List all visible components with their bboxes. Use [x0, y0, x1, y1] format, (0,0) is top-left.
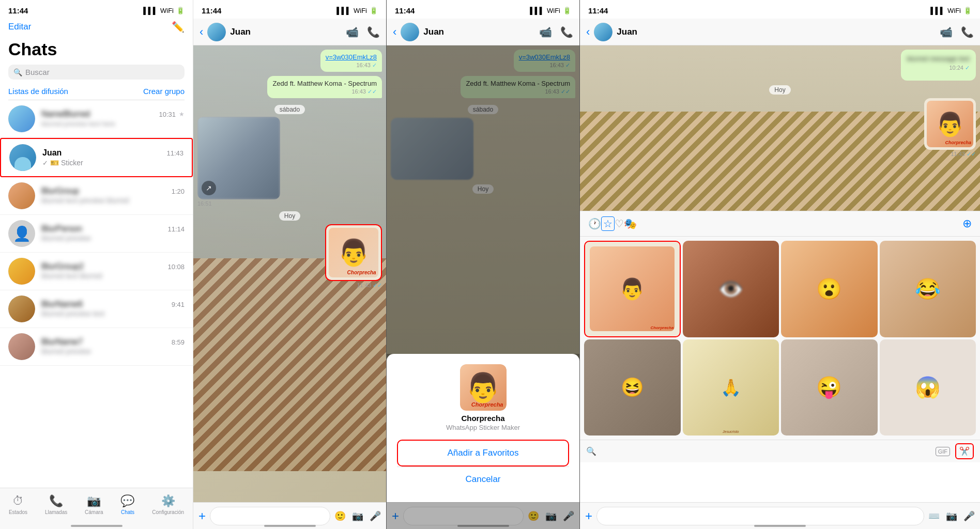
- back-button[interactable]: ‹: [393, 25, 396, 39]
- gif-button[interactable]: GIF: [936, 447, 950, 456]
- home-indicator: [264, 525, 316, 527]
- home-indicator: [71, 525, 122, 527]
- compose-button[interactable]: ✏️: [172, 21, 185, 33]
- contact-name[interactable]: Juan: [617, 27, 936, 37]
- today-divider-p4: Hoy: [584, 85, 976, 94]
- sticker-cell[interactable]: 😱: [880, 339, 976, 436]
- heart-icon[interactable]: ♡: [615, 217, 624, 230]
- contact-avatar[interactable]: [207, 23, 226, 41]
- mic-icon: 🎤: [563, 510, 574, 522]
- mic-button[interactable]: 🎤: [370, 510, 381, 522]
- add-button[interactable]: +: [585, 509, 592, 523]
- add-button[interactable]: +: [198, 509, 206, 523]
- sticker-cell[interactable]: 😂: [880, 241, 976, 337]
- chat-info: BlurName6 9:41 blurred preview text: [41, 300, 185, 318]
- tab-config[interactable]: ⚙️ Configuración: [152, 494, 184, 515]
- chat-item-juan[interactable]: Juan 11:43 ✓ 🎫 Sticker: [0, 138, 193, 177]
- today-label-p4: Hoy: [769, 85, 790, 95]
- chat-item[interactable]: 👤 BlurPerson 11:14 blurred preview: [0, 215, 193, 253]
- header-action-icons: 📹 📞: [940, 26, 974, 38]
- keyboard-icon[interactable]: ⌨️: [928, 510, 940, 522]
- modal-sticker-preview: 👨 Chorprecha: [460, 364, 507, 411]
- chat-item[interactable]: BlurGroup2 10:08 blurred text blurred: [0, 253, 193, 290]
- juan-preview: Sticker: [61, 159, 83, 167]
- add-favorites-button[interactable]: Añadir a Favoritos: [397, 440, 569, 466]
- recent-stickers-icon[interactable]: 🕐: [588, 217, 601, 230]
- message-input[interactable]: [210, 507, 330, 525]
- edit-button[interactable]: Editar: [8, 22, 31, 32]
- status-icons-p3: ▌▌▌ WiFi 🔋: [530, 7, 571, 14]
- camera-button[interactable]: 📷: [946, 510, 957, 522]
- create-group-link[interactable]: Crear grupo: [143, 87, 185, 96]
- contact-avatar[interactable]: [594, 23, 612, 41]
- tab-chats[interactable]: 💬 Chats: [120, 494, 134, 515]
- avatar: [8, 182, 35, 209]
- chat-item[interactable]: BlurGroup 1:20 blurred text preview blur…: [0, 177, 193, 215]
- tab-label: Configuración: [152, 509, 184, 515]
- config-icon: ⚙️: [161, 494, 175, 508]
- sticker-grid: 👨 Chorprecha 👁️ 😮 😂 😆 🙏: [580, 237, 980, 440]
- chat-list: NameBlurred 10:31 ★ blurred preview text…: [0, 100, 193, 366]
- sticker-cell[interactable]: 😮: [781, 241, 878, 337]
- sticker-create-button[interactable]: ✂️: [955, 443, 974, 459]
- search-bar[interactable]: 🔍 Buscar: [8, 65, 185, 80]
- video-call-icon[interactable]: 📹: [940, 26, 953, 38]
- camera-button[interactable]: 📷: [352, 510, 363, 522]
- contact-name[interactable]: Juan: [423, 27, 535, 37]
- chat-item[interactable]: NameBlurred 10:31 ★ blurred preview text…: [0, 100, 193, 138]
- chat-preview: blurred preview: [41, 234, 91, 242]
- message-bubble: Zedd ft. Matthew Koma - Spectrum 16:43 ✓…: [461, 76, 575, 98]
- chat-name: BlurGroup2: [41, 262, 84, 271]
- sticker-cell[interactable]: 😜: [781, 339, 878, 436]
- favorites-icon[interactable]: ☆: [601, 216, 615, 231]
- lists-link[interactable]: Listas de difusión: [8, 87, 68, 96]
- chat-item[interactable]: BlurName7 8:59 blurred preview: [0, 328, 193, 366]
- sticker-cell[interactable]: 😆: [584, 339, 681, 436]
- video-call-icon[interactable]: 📹: [346, 26, 359, 38]
- contact-name[interactable]: Juan: [230, 27, 342, 37]
- contact-avatar[interactable]: [401, 23, 419, 41]
- video-call-icon[interactable]: 📹: [539, 26, 552, 38]
- battery-icon: 🔋: [176, 7, 185, 14]
- voice-call-icon[interactable]: 📞: [560, 26, 573, 38]
- chat-info: BlurPerson 11:14 blurred preview: [41, 224, 185, 243]
- status-icons-p4: ▌▌▌ WiFi 🔋: [930, 7, 972, 14]
- tab-label: Chats: [121, 509, 134, 515]
- chat-body-p4: blurred message text 10:24 ✓ Hoy 👨 Chorp…: [580, 45, 980, 211]
- home-indicator: [754, 525, 806, 527]
- input-action-icons: 🙂 📷 🎤: [334, 510, 381, 522]
- mic-button[interactable]: 🎤: [963, 510, 975, 522]
- voice-call-icon[interactable]: 📞: [961, 26, 974, 38]
- tab-llamadas[interactable]: 📞 Llamadas: [45, 494, 67, 515]
- tab-estados[interactable]: ⏱ Estados: [9, 494, 27, 515]
- bottom-tabs: ⏱ Estados 📞 Llamadas 📷 Cámara 💬 Chats ⚙️…: [0, 488, 193, 529]
- chats-icon: 💬: [120, 494, 134, 508]
- back-button[interactable]: ‹: [200, 25, 203, 39]
- chat-item[interactable]: BlurName6 9:41 blurred preview text: [0, 290, 193, 328]
- chat-info: BlurName7 8:59 blurred preview: [41, 337, 185, 356]
- battery-icon: 🔋: [563, 7, 571, 14]
- chat-name: NameBlurred: [41, 110, 90, 119]
- add-sticker-pack-icon[interactable]: ⊕: [962, 217, 972, 230]
- search-sticker-icon[interactable]: 🔍: [586, 446, 596, 456]
- tab-camara[interactable]: 📷 Cámara: [85, 494, 103, 515]
- add-favorites-label: Añadir a Favoritos: [448, 448, 519, 458]
- sticker-pack-icon[interactable]: 🎭: [624, 217, 637, 230]
- back-button[interactable]: ‹: [586, 25, 590, 39]
- modal-subtitle: WhatsApp Sticker Maker: [446, 424, 520, 431]
- cancel-button[interactable]: Cancelar: [397, 467, 569, 492]
- sticker-button[interactable]: 🙂: [334, 510, 346, 522]
- voice-call-icon[interactable]: 📞: [367, 26, 380, 38]
- add-button: +: [392, 509, 399, 523]
- star-icon: ★: [179, 111, 185, 118]
- message-input[interactable]: [596, 507, 924, 525]
- sticker-cell-selected[interactable]: 👨 Chorprecha: [584, 241, 681, 337]
- link-text: v=3w030EmkLz8: [519, 53, 570, 61]
- message-bubble: Zedd ft. Matthew Koma - Spectrum 16:43 ✓…: [267, 76, 382, 98]
- wifi-icon: WiFi: [354, 7, 367, 14]
- link-text: v=3w030EmkLz8: [326, 53, 377, 61]
- sticker-cell[interactable]: 🙏 Jesucristo: [683, 339, 779, 436]
- signal-icon: ▌▌▌: [930, 7, 945, 14]
- share-icon[interactable]: ↗: [202, 181, 216, 195]
- sticker-cell[interactable]: 👁️: [683, 241, 779, 337]
